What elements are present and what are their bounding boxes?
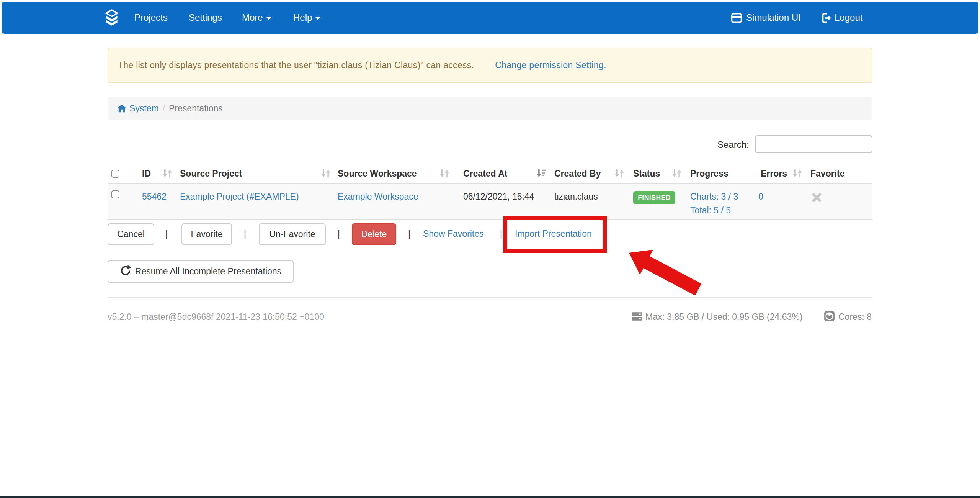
- select-all-checkbox[interactable]: [111, 170, 119, 178]
- logout-icon: [821, 12, 832, 24]
- row-source-workspace-link[interactable]: Example Workspace: [338, 190, 418, 203]
- nav-simulation-ui[interactable]: Simulation UI: [746, 2, 801, 34]
- nav-help[interactable]: Help: [293, 2, 320, 34]
- chevron-down-icon: [266, 17, 271, 20]
- col-progress[interactable]: Progress: [690, 164, 728, 183]
- breadcrumb-system-link[interactable]: System: [129, 103, 159, 113]
- sort-icon[interactable]: [440, 169, 449, 178]
- col-favorite[interactable]: Favorite: [810, 164, 844, 183]
- row-id-link[interactable]: 55462: [142, 190, 167, 203]
- cancel-button[interactable]: Cancel: [108, 223, 154, 245]
- favorite-button[interactable]: Favorite: [181, 223, 232, 245]
- navbar: Projects Settings More Help Simulation U…: [2, 2, 978, 34]
- app-logo-layers-icon[interactable]: [105, 9, 119, 27]
- col-id[interactable]: ID: [142, 164, 151, 183]
- cores-text: Cores: 8: [838, 312, 872, 322]
- col-source-project[interactable]: Source Project: [180, 164, 242, 183]
- sort-icon[interactable]: [163, 169, 172, 178]
- status-badge: FINISHED: [633, 191, 675, 204]
- progress-charts-link[interactable]: Charts: 3 / 3: [690, 190, 738, 203]
- simulation-ui-icon: [731, 12, 742, 24]
- search-input[interactable]: [755, 135, 872, 153]
- sort-desc-active-icon[interactable]: [537, 169, 546, 178]
- annotation-highlight-box: [503, 216, 607, 253]
- separator: |: [244, 223, 246, 245]
- row-created-at: 06/12/2021, 15:44: [463, 190, 534, 203]
- permission-alert: The list only displays presentations tha…: [108, 48, 872, 83]
- nav-settings[interactable]: Settings: [189, 2, 222, 34]
- col-created-at[interactable]: Created At: [463, 164, 507, 183]
- chevron-down-icon: [315, 17, 320, 20]
- sort-icon[interactable]: [793, 169, 802, 178]
- page: Projects Settings More Help Simulation U…: [0, 0, 980, 498]
- breadcrumb: System/Presentations: [108, 97, 872, 120]
- nav-projects[interactable]: Projects: [134, 2, 168, 34]
- col-errors[interactable]: Errors: [761, 164, 787, 183]
- row-checkbox[interactable]: [111, 190, 119, 198]
- show-favorites-link[interactable]: Show Favorites: [423, 229, 484, 239]
- memory-icon: [632, 311, 642, 322]
- sort-icon[interactable]: [615, 169, 624, 178]
- cores-icon: [824, 311, 835, 322]
- col-created-by[interactable]: Created By: [554, 164, 601, 183]
- search-label: Search:: [717, 139, 749, 150]
- bottom-edge: [0, 496, 980, 498]
- delete-button[interactable]: Delete: [352, 223, 396, 245]
- row-errors-link[interactable]: 0: [758, 190, 763, 203]
- col-source-workspace[interactable]: Source Workspace: [338, 164, 417, 183]
- memory-text: Max: 3.85 GB / Used: 0.95 GB (24.63%): [645, 312, 802, 322]
- separator: |: [165, 223, 168, 245]
- nav-logout[interactable]: Logout: [835, 2, 862, 34]
- unfavorite-button[interactable]: Un-Favorite: [259, 223, 326, 245]
- sort-icon[interactable]: [672, 169, 681, 178]
- refresh-icon: [120, 265, 131, 276]
- col-status[interactable]: Status: [633, 164, 660, 183]
- separator: |: [338, 223, 340, 245]
- row-created-by: tizian.claus: [554, 190, 598, 203]
- change-permission-link[interactable]: Change permission Setting.: [495, 60, 606, 70]
- favorite-remove-icon[interactable]: [812, 193, 822, 202]
- row-source-project-link[interactable]: Example Project (#EXAMPLE): [180, 190, 299, 203]
- alert-text: The list only displays presentations tha…: [118, 60, 474, 70]
- home-icon: [117, 104, 126, 113]
- resume-all-button[interactable]: Resume All Incomplete Presentations: [108, 260, 294, 283]
- footer-divider: [108, 297, 872, 298]
- sort-icon[interactable]: [321, 169, 330, 178]
- breadcrumb-current: Presentations: [169, 103, 223, 113]
- version-text: v5.2.0 – master@5dc9668f 2021-11-23 16:5…: [108, 312, 324, 322]
- separator: |: [408, 223, 410, 245]
- progress-total-link[interactable]: Total: 5 / 5: [690, 204, 731, 217]
- separator: |: [500, 223, 502, 245]
- annotation-arrow: [627, 249, 704, 299]
- nav-more[interactable]: More: [242, 2, 271, 34]
